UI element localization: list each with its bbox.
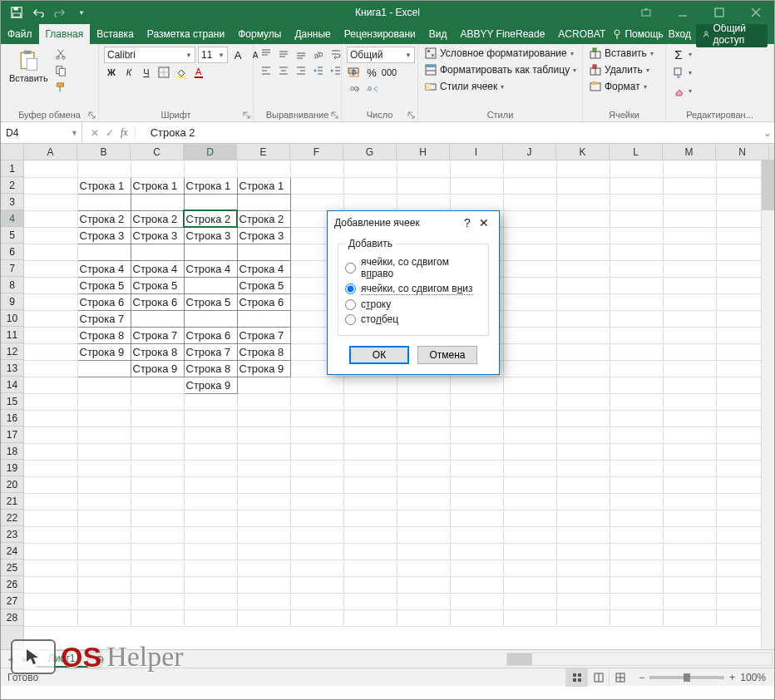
cell[interactable] [663,460,716,476]
cell[interactable] [556,343,610,360]
row-header[interactable]: 21 [1,493,23,510]
align-middle-icon[interactable] [276,47,291,62]
cell[interactable] [503,393,556,410]
cell[interactable] [184,194,237,210]
cell[interactable] [450,460,503,476]
radio-option[interactable]: столбец [345,312,481,327]
row-header[interactable]: 12 [1,343,23,360]
cell[interactable] [397,410,450,426]
dialog-launcher-icon[interactable] [407,111,416,120]
cell[interactable] [450,160,503,177]
cell[interactable] [663,244,716,260]
cell[interactable] [237,526,290,543]
cell[interactable] [503,510,556,526]
enter-formula-icon[interactable]: ✓ [106,127,114,139]
ribbon-tab[interactable]: Вставка [90,24,141,44]
row-header[interactable]: 20 [1,476,23,493]
cell[interactable] [663,593,716,609]
cell[interactable] [131,609,184,626]
cell[interactable] [77,460,131,476]
zoom-level[interactable]: 100% [740,672,766,683]
cell[interactable] [450,426,503,443]
cell[interactable] [77,443,131,460]
cell[interactable] [343,609,397,626]
cell[interactable] [450,194,503,210]
cell[interactable] [24,310,77,327]
fill-color-icon[interactable] [174,65,189,80]
cell[interactable] [237,310,290,327]
row-header[interactable]: 3 [1,194,23,210]
cell[interactable] [24,426,77,443]
cell[interactable] [610,160,663,177]
cell[interactable]: Строка 6 [184,327,237,343]
cell[interactable] [556,460,610,476]
cell[interactable] [131,460,184,476]
cell[interactable]: Строка 8 [131,343,184,360]
radio-option[interactable]: ячейки, со сдвигом вниз [345,281,481,297]
row-header[interactable]: 17 [1,426,23,443]
cell[interactable]: Строка 3 [77,227,131,244]
percent-icon[interactable]: % [364,65,379,80]
cell[interactable] [24,194,77,210]
cell[interactable] [131,377,184,393]
cell[interactable] [503,293,556,310]
vertical-scrollbar[interactable] [761,160,774,649]
cell[interactable] [556,510,610,526]
cell[interactable] [610,410,663,426]
cell[interactable] [663,410,716,426]
cell[interactable] [24,227,77,244]
cell[interactable] [503,460,556,476]
row-header[interactable]: 8 [1,277,23,293]
qat-customize-icon[interactable]: ▼ [74,5,89,20]
cell[interactable] [556,410,610,426]
cell[interactable] [610,310,663,327]
cell[interactable]: Строка 2 [184,210,237,227]
cell[interactable] [556,260,610,277]
expand-formula-bar-icon[interactable]: ⌄ [761,127,774,139]
cell[interactable] [131,160,184,177]
cell[interactable] [131,476,184,493]
cell[interactable] [343,526,397,543]
cell[interactable] [290,377,343,393]
row-header[interactable]: 28 [1,609,23,626]
dialog-help-icon[interactable]: ? [459,216,476,229]
minimize-icon[interactable] [664,1,701,24]
cell[interactable] [131,194,184,210]
cell[interactable] [24,177,77,194]
cell[interactable] [450,526,503,543]
cell[interactable] [663,327,716,343]
column-header[interactable]: G [343,144,397,160]
cell[interactable] [610,526,663,543]
cell[interactable]: Строка 9 [131,360,184,377]
cell[interactable] [77,360,131,377]
cell[interactable] [24,560,77,576]
cell[interactable] [610,510,663,526]
format-painter-icon[interactable] [53,80,68,95]
cell[interactable] [24,277,77,293]
cell[interactable]: Строка 3 [131,227,184,244]
cell[interactable] [184,560,237,576]
cell[interactable] [503,177,556,194]
cell[interactable] [131,576,184,593]
cell[interactable] [343,576,397,593]
cell[interactable] [77,393,131,410]
cell[interactable] [343,460,397,476]
cell[interactable] [237,460,290,476]
column-header[interactable]: J [503,144,556,160]
row-header[interactable]: 9 [1,293,23,310]
cell[interactable] [290,443,343,460]
cell[interactable] [77,609,131,626]
save-icon[interactable] [9,5,24,20]
cell[interactable] [24,526,77,543]
column-header[interactable]: E [237,144,290,160]
select-all-corner[interactable] [1,144,24,160]
cell[interactable]: Строка 8 [237,343,290,360]
cell[interactable] [184,493,237,510]
cell[interactable] [184,426,237,443]
cell[interactable] [663,609,716,626]
row-header[interactable]: 7 [1,260,23,277]
format-as-table-button[interactable]: Форматировать как таблицу▾ [423,63,578,76]
maximize-icon[interactable] [701,1,738,24]
cell[interactable] [397,160,450,177]
cell[interactable] [610,260,663,277]
